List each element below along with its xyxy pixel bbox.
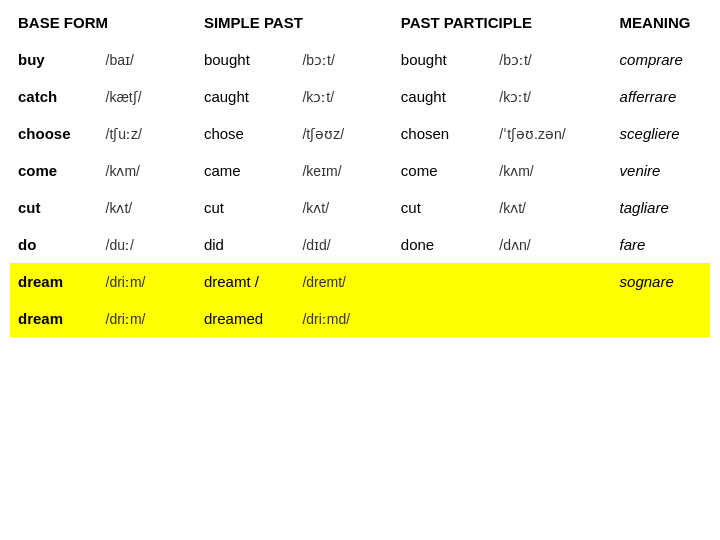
- table-cell: /kɔːt/: [294, 78, 392, 115]
- table-cell: /ˈtʃəʊ.zən/: [491, 115, 611, 152]
- table-cell: dream: [10, 263, 98, 300]
- table-cell: /tʃuːz/: [98, 115, 196, 152]
- table-cell: dreamed: [196, 300, 294, 337]
- table-cell: caught: [196, 78, 294, 115]
- table-cell: cut: [393, 189, 491, 226]
- table-cell: /kætʃ/: [98, 78, 196, 115]
- table-cell: [393, 300, 491, 337]
- table-row: choose/tʃuːz/chose/tʃəʊz/chosen/ˈtʃəʊ.zə…: [10, 115, 710, 152]
- irregular-verbs-table: BASE FORM SIMPLE PAST PAST PARTICIPLE ME…: [10, 8, 710, 337]
- table-cell: [612, 300, 710, 337]
- table-cell: bought: [393, 41, 491, 78]
- table-cell: /bɔːt/: [294, 41, 392, 78]
- table-row: buy/baɪ/bought/bɔːt/bought/bɔːt/comprare: [10, 41, 710, 78]
- table-cell: /dɪd/: [294, 226, 392, 263]
- table-cell: comprare: [612, 41, 710, 78]
- table-cell: cut: [10, 189, 98, 226]
- table-cell: come: [10, 152, 98, 189]
- table-cell: /keɪm/: [294, 152, 392, 189]
- header-simple-past: SIMPLE PAST: [196, 8, 393, 41]
- table-cell: venire: [612, 152, 710, 189]
- table-row: dream/driːm/dreamt //dremt/sognare: [10, 263, 710, 300]
- main-container: BASE FORM SIMPLE PAST PAST PARTICIPLE ME…: [0, 0, 720, 540]
- table-cell: /kɔːt/: [491, 78, 611, 115]
- table-cell: /driːm/: [98, 263, 196, 300]
- table-body: buy/baɪ/bought/bɔːt/bought/bɔːt/comprare…: [10, 41, 710, 337]
- table-cell: /bɔːt/: [491, 41, 611, 78]
- table-cell: bought: [196, 41, 294, 78]
- table-row: catch/kætʃ/caught/kɔːt/caught/kɔːt/affer…: [10, 78, 710, 115]
- table-cell: chose: [196, 115, 294, 152]
- table-cell: afferrare: [612, 78, 710, 115]
- header-meaning: MEANING: [612, 8, 710, 41]
- table-row: cut/kʌt/cut/kʌt/cut/kʌt/tagliare: [10, 189, 710, 226]
- header-base-form: BASE FORM: [10, 8, 196, 41]
- table-cell: /driːmd/: [294, 300, 392, 337]
- table-cell: [491, 300, 611, 337]
- table-cell: dreamt /: [196, 263, 294, 300]
- table-cell: dream: [10, 300, 98, 337]
- table-cell: /kʌt/: [294, 189, 392, 226]
- table-cell: cut: [196, 189, 294, 226]
- table-cell: tagliare: [612, 189, 710, 226]
- table-cell: come: [393, 152, 491, 189]
- table-cell: /kʌm/: [98, 152, 196, 189]
- table-cell: /dremt/: [294, 263, 392, 300]
- table-cell: came: [196, 152, 294, 189]
- table-cell: buy: [10, 41, 98, 78]
- table-cell: caught: [393, 78, 491, 115]
- header-row: BASE FORM SIMPLE PAST PAST PARTICIPLE ME…: [10, 8, 710, 41]
- table-row: dream/driːm/dreamed/driːmd/: [10, 300, 710, 337]
- table-cell: do: [10, 226, 98, 263]
- table-cell: /tʃəʊz/: [294, 115, 392, 152]
- table-cell: [393, 263, 491, 300]
- table-cell: /driːm/: [98, 300, 196, 337]
- table-cell: choose: [10, 115, 98, 152]
- table-cell: /kʌt/: [98, 189, 196, 226]
- table-cell: [491, 263, 611, 300]
- table-row: do/duː/did/dɪd/done/dʌn/fare: [10, 226, 710, 263]
- table-cell: chosen: [393, 115, 491, 152]
- table-cell: done: [393, 226, 491, 263]
- header-past-participle: PAST PARTICIPLE: [393, 8, 612, 41]
- table-cell: scegliere: [612, 115, 710, 152]
- table-cell: /duː/: [98, 226, 196, 263]
- table-cell: catch: [10, 78, 98, 115]
- table-cell: sognare: [612, 263, 710, 300]
- table-cell: /dʌn/: [491, 226, 611, 263]
- table-cell: /kʌm/: [491, 152, 611, 189]
- table-cell: /baɪ/: [98, 41, 196, 78]
- table-row: come/kʌm/came/keɪm/come/kʌm/venire: [10, 152, 710, 189]
- table-cell: fare: [612, 226, 710, 263]
- table-cell: /kʌt/: [491, 189, 611, 226]
- table-cell: did: [196, 226, 294, 263]
